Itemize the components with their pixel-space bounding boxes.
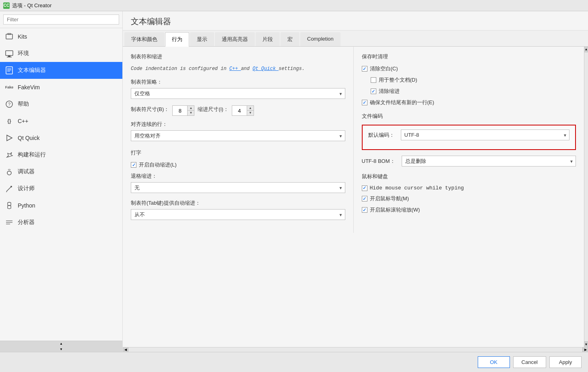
auto-indent-tab-select-wrapper[interactable]: 从不 总是 智能 ▼	[131, 209, 345, 220]
sidebar-scroll[interactable]: Kits 环境 文本编辑器 Fake FakeVim	[0, 28, 122, 341]
sidebar-item-qt-quick[interactable]: Qt Quick	[0, 129, 122, 146]
right-scroll-track	[584, 52, 588, 341]
backspace-indent-label: 退格缩进：	[131, 173, 345, 180]
tab-bar: 字体和颜色 行为 显示 通用高亮器 片段 宏 Completion	[123, 31, 588, 47]
scroll-zoom-checkbox[interactable]	[362, 207, 367, 213]
indent-note-link-cpp[interactable]: C++	[229, 66, 241, 72]
auto-indent-tab-select[interactable]: 从不 总是 智能	[131, 209, 345, 220]
tab-completion[interactable]: Completion	[300, 32, 340, 46]
app-icon: CC	[3, 2, 10, 9]
indent-note-link-qtquick[interactable]: Qt Quick	[252, 66, 279, 72]
align-continuation-select-wrapper[interactable]: 用空格对齐 不对齐 ▼	[131, 130, 345, 141]
whole-doc-checkbox[interactable]	[371, 77, 376, 83]
debugger-icon	[5, 167, 14, 176]
sidebar-item-designer[interactable]: 设计师	[0, 180, 122, 197]
ok-button[interactable]: OK	[478, 356, 510, 368]
scroll-left-arrow[interactable]: ◀	[123, 347, 128, 352]
sidebar-scroll-up[interactable]: ▲	[0, 341, 122, 347]
sidebar-item-analyzer[interactable]: 分析器	[0, 214, 122, 231]
sidebar-item-build-run[interactable]: 构建和运行	[0, 146, 122, 163]
tab-size-field: ▲ ▼	[172, 105, 194, 116]
help-icon: ?	[5, 100, 14, 109]
tab-size-row: 制表符尺寸(B)： ▲ ▼ 缩进尺寸(i)：	[131, 105, 345, 116]
right-scroll-up-arrow[interactable]: ▲	[584, 47, 588, 52]
align-continuation-select[interactable]: 用空格对齐 不对齐	[131, 130, 345, 141]
remove-whitespace-label: 清除空白(C)	[370, 65, 398, 72]
cpp-icon: {}	[5, 117, 14, 125]
utf8-bom-select[interactable]: 总是删除 从不添加 保持	[402, 156, 576, 166]
auto-indent-tab-group: 制表符(Tab键)提供自动缩进： 从不 总是 智能 ▼	[131, 199, 345, 220]
whole-doc-row: 用于整个文档(D)	[362, 76, 576, 84]
indent-size-input[interactable]	[232, 106, 247, 115]
bottom-scrollbar[interactable]: ◀ ▶	[123, 347, 588, 352]
indent-note-text1: Code indentation is configured in	[131, 66, 227, 72]
svg-rect-5	[6, 67, 12, 74]
sidebar-item-python[interactable]: Python	[0, 197, 122, 214]
hide-mouse-checkbox[interactable]	[362, 185, 367, 191]
scroll-zoom-label: 开启鼠标滚轮缩放(W)	[370, 206, 420, 214]
indent-size-down[interactable]: ▼	[247, 111, 254, 115]
tab-macros[interactable]: 宏	[281, 32, 299, 46]
tab-snippets[interactable]: 片段	[256, 32, 280, 46]
scroll-right-arrow[interactable]: ▶	[582, 347, 588, 352]
tab-size-spin: ▲ ▼	[187, 106, 194, 115]
sidebar-item-kits[interactable]: Kits	[0, 28, 122, 45]
hide-mouse-row: Hide mouse cursor while typing	[362, 185, 576, 191]
align-continuation-group: 对齐连续的行： 用空格对齐 不对齐 ▼	[131, 121, 345, 141]
backspace-indent-select[interactable]: 无 缩进 智能	[131, 182, 345, 193]
kits-icon	[5, 32, 14, 41]
indent-size-up[interactable]: ▲	[247, 106, 254, 111]
filter-input[interactable]	[3, 14, 119, 25]
right-scroll-down-arrow[interactable]: ▼	[584, 341, 588, 347]
sidebar-item-text-editor[interactable]: 文本编辑器	[0, 62, 122, 79]
ensure-newline-row: 确保文件结尾有新的一行(E)	[362, 99, 576, 106]
sidebar-item-fakevim[interactable]: Fake FakeVim	[0, 79, 122, 96]
ensure-newline-checkbox[interactable]	[362, 100, 367, 105]
tab-display[interactable]: 显示	[190, 32, 214, 46]
svg-rect-2	[6, 51, 13, 55]
panel-behavior: 制表符和缩进 Code indentation is configured in…	[123, 47, 584, 233]
sidebar-item-environment[interactable]: 环境	[0, 45, 122, 62]
bottom-bar: OK Cancel Apply	[0, 352, 588, 372]
nav-checkbox[interactable]	[362, 196, 367, 201]
filter-bar[interactable]	[0, 11, 122, 28]
default-encoding-select-wrapper[interactable]: UTF-8 UTF-16 Latin-1 GB18030 ▼	[401, 129, 570, 140]
indent-size-label: 缩进尺寸(i)：	[198, 106, 229, 113]
sidebar-item-help[interactable]: ? 帮助	[0, 96, 122, 113]
file-encoding-highlighted: 默认编码： UTF-8 UTF-16 Latin-1 GB18030	[362, 125, 576, 150]
tab-font-color[interactable]: 字体和颜色	[124, 32, 164, 46]
nav-row: 开启鼠标导航(M)	[362, 195, 576, 202]
titlebar: CC 选项 - Qt Creator	[0, 0, 588, 11]
tab-policy-select-wrapper[interactable]: 仅空格 仅制表符 制表符和空格 ▼	[131, 88, 345, 99]
tab-behavior[interactable]: 行为	[165, 32, 189, 47]
sidebar-label-designer: 设计师	[18, 185, 35, 192]
tab-size-down[interactable]: ▼	[188, 111, 194, 115]
apply-button[interactable]: Apply	[549, 356, 582, 368]
svg-rect-0	[6, 34, 12, 39]
svg-line-14	[6, 187, 11, 191]
tab-size-input[interactable]	[173, 106, 187, 115]
clean-indent-checkbox[interactable]	[371, 88, 376, 94]
sidebar-item-cpp[interactable]: {} C++	[0, 113, 122, 129]
sidebar-scroll-down[interactable]: ▼	[0, 347, 122, 352]
default-encoding-select[interactable]: UTF-8 UTF-16 Latin-1 GB18030	[401, 129, 570, 140]
backspace-indent-select-wrapper[interactable]: 无 缩进 智能 ▼	[131, 182, 345, 193]
tab-generic-highlighter[interactable]: 通用高亮器	[215, 32, 255, 46]
right-edge-scrollbar[interactable]: ▲ ▼	[584, 47, 588, 347]
cancel-button[interactable]: Cancel	[513, 356, 546, 368]
sidebar-item-debugger[interactable]: 调试器	[0, 163, 122, 180]
auto-indent-checkbox[interactable]	[131, 162, 136, 168]
utf8-bom-select-wrapper[interactable]: 总是删除 从不添加 保持 ▼	[402, 156, 576, 166]
tab-size-label: 制表符尺寸(B)：	[131, 106, 169, 113]
sidebar-label-help: 帮助	[18, 101, 29, 108]
indent-note-and: and	[241, 66, 250, 72]
build-run-icon	[5, 150, 14, 159]
sidebar-label-python: Python	[18, 202, 35, 209]
tab-policy-select[interactable]: 仅空格 仅制表符 制表符和空格	[131, 88, 345, 99]
sidebar-label-build-run: 构建和运行	[18, 151, 46, 158]
environment-icon	[5, 49, 14, 58]
save-clean-section-title: 保存时清理	[362, 53, 576, 60]
left-column: 制表符和缩进 Code indentation is configured in…	[123, 47, 354, 233]
remove-whitespace-checkbox[interactable]	[362, 66, 367, 72]
tab-size-up[interactable]: ▲	[188, 106, 194, 111]
